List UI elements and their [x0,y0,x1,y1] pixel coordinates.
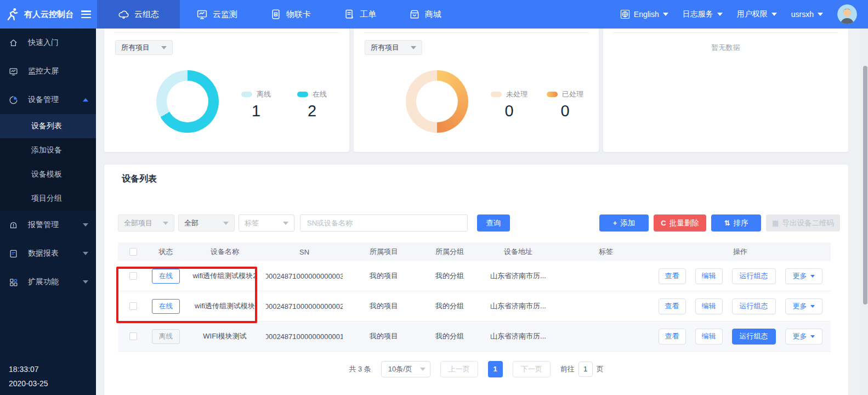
chevron-down-icon [810,275,815,278]
chevron-down-icon [771,13,777,16]
chevron-down-icon [818,13,823,16]
sidebar-item-alarm-mgmt[interactable]: 报警管理 [0,211,96,239]
project-filter-select[interactable]: 所有项目 [115,40,173,55]
prev-page-button[interactable]: 上一页 [440,361,478,377]
row-checkbox[interactable] [129,332,137,340]
device-name: WIFI模块测试 [184,331,266,341]
row-checkbox[interactable] [129,302,137,310]
edit-button[interactable]: 编辑 [695,298,723,314]
more-button[interactable]: 更多 [785,298,822,314]
add-device-button[interactable]: +添加 [599,215,649,232]
view-button[interactable]: 查看 [659,329,686,345]
tab-iot-card[interactable]: 物联卡 [254,0,327,29]
monitor-icon [196,9,208,20]
filter-status-select[interactable]: 全部 [178,215,235,232]
language-menu[interactable]: English [620,9,668,19]
export-qrcode-button[interactable]: ▦导出设备二维码 [766,215,840,232]
batch-delete-button[interactable]: C批量删除 [654,215,706,232]
col-header-sn: SN [266,248,343,256]
chevron-down-icon [810,335,815,338]
refresh-icon: C [661,219,666,227]
next-page-button[interactable]: 下一页 [513,361,551,377]
legend-offline: 离线 1 [241,89,271,120]
sidebar-item-device-list[interactable]: 设备列表 [0,114,96,138]
view-button[interactable]: 查看 [659,298,686,314]
sidebar-item-device-template[interactable]: 设备模板 [0,162,96,187]
device-project: 我的项目 [343,301,425,311]
edit-button[interactable]: 编辑 [695,268,723,284]
col-header-project: 所属项目 [343,247,425,257]
tab-cloud-scada[interactable]: 云组态 [97,0,180,29]
page-number-1[interactable]: 1 [488,361,503,377]
filter-toolbar: 全部项目 全部 标签 查询 +添加 C批量删除 ⇅排序 ▦导出设备二维码 [104,215,848,232]
device-address: 山东省济南市历... [474,271,562,281]
run-scada-button[interactable]: 运行组态 [732,329,776,345]
legend-unhandled: 未处理 0 [491,89,527,120]
col-header-status: 状态 [148,247,184,257]
sim-card-icon [270,9,281,20]
sidebar: 快速入门 监控大屏 设备管理 设备列表 添加设备 设备模板 项目分组 [0,29,96,395]
run-scada-button[interactable]: 运行组态 [732,298,776,314]
view-button[interactable]: 查看 [659,268,686,284]
sidebar-item-project-group[interactable]: 项目分组 [0,187,96,211]
unhandled-count: 0 [504,102,513,120]
chevron-down-icon [83,252,88,255]
pie-chart-icon [9,95,18,105]
search-input[interactable] [300,215,468,232]
col-header-actions: 操作 [650,247,831,257]
scrollbar-thumb[interactable] [863,66,867,304]
sidebar-item-quick-start[interactable]: 快速入门 [0,29,96,57]
empty-data-card: 暂无数据 [603,21,848,152]
log-service-menu[interactable]: 日志服务 [683,9,723,19]
chevron-down-icon [420,368,426,371]
device-group: 我的分组 [425,271,474,281]
run-scada-button[interactable]: 运行组态 [732,268,776,284]
filter-tag-select[interactable]: 标签 [239,215,294,232]
sidebar-item-device-mgmt[interactable]: 设备管理 [0,86,96,114]
table-row: 离线 WIFI模块测试 00024871000000000001 我的项目 我的… [118,321,831,352]
sidebar-item-monitor-screen[interactable]: 监控大屏 [0,57,96,86]
col-header-group: 所属分组 [425,247,474,257]
page-size-select[interactable]: 10条/页 [381,361,430,377]
chevron-down-icon [283,222,288,225]
chevron-down-icon [411,46,416,49]
sort-button[interactable]: ⇅排序 [711,215,761,232]
tab-mall[interactable]: 商城 [393,0,458,29]
handled-count: 0 [560,102,569,120]
device-list-title: 设备列表 [122,173,157,185]
tab-work-order[interactable]: 工单 [327,0,393,29]
goto-page-input[interactable] [578,362,593,377]
device-sn: 00024871000000000003 [266,272,343,280]
project-filter-select[interactable]: 所有项目 [365,40,422,55]
avatar[interactable] [837,4,857,24]
tab-cloud-monitor[interactable]: 云监测 [180,0,254,29]
online-count: 2 [308,102,316,120]
edit-button[interactable]: 编辑 [695,329,723,345]
alarm-status-card: 所有项目 未处理 0 已处理 0 [354,21,599,152]
device-sn: 00024871000000000002 [266,302,343,311]
unhandled-swatch [491,92,502,97]
offline-count: 1 [252,102,260,120]
col-header-name: 设备名称 [184,247,266,257]
select-all-checkbox[interactable] [129,248,137,256]
store-icon [409,9,420,20]
col-header-tag: 标签 [562,247,650,257]
more-button[interactable]: 更多 [785,268,822,284]
device-status-card: 所有项目 离线 1 在线 2 [104,21,349,152]
chevron-down-icon [810,305,815,308]
total-count: 共 3 条 [349,364,371,374]
divider [114,32,339,33]
user-permission-menu[interactable]: 用户权限 [737,9,777,19]
sidebar-item-add-device[interactable]: 添加设备 [0,138,96,162]
username-menu[interactable]: usrsxh [791,10,823,19]
status-badge: 在线 [152,269,180,284]
device-mgmt-submenu: 设备列表 添加设备 设备模板 项目分组 [0,114,96,211]
sidebar-item-extensions[interactable]: 扩展功能 [0,268,96,296]
more-button[interactable]: 更多 [785,329,822,345]
table-header-row: 状态 设备名称 SN 所属项目 所属分组 设备地址 标签 操作 [118,242,831,261]
sidebar-item-data-report[interactable]: 数据报表 [0,239,96,268]
row-checkbox[interactable] [129,272,137,280]
search-button[interactable]: 查询 [477,215,510,232]
filter-project-select[interactable]: 全部项目 [118,215,174,232]
menu-toggle-icon[interactable] [81,10,91,18]
